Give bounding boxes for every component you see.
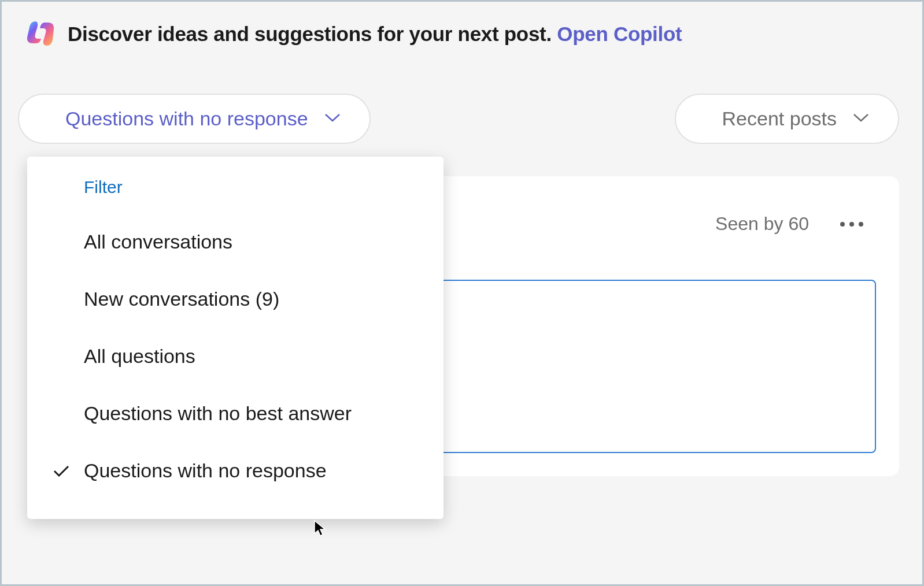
filter-dropdown-label: Questions with no response [65, 107, 308, 130]
check-icon [53, 465, 84, 477]
sort-dropdown-label: Recent posts [722, 107, 837, 130]
filter-option-label: New conversations (9) [53, 288, 279, 310]
filter-option-all-conversations[interactable]: All conversations [27, 213, 443, 270]
banner-text: Discover ideas and suggestions for your … [68, 23, 682, 46]
filter-option-label: All questions [53, 345, 195, 368]
chevron-down-icon [853, 113, 869, 125]
seen-by-label: Seen by 60 [715, 213, 809, 235]
copilot-banner: Discover ideas and suggestions for your … [2, 2, 922, 62]
filter-menu-heading: Filter [27, 173, 443, 213]
banner-message: Discover ideas and suggestions for your … [68, 23, 557, 45]
filter-option-new-conversations[interactable]: New conversations (9) [27, 270, 443, 328]
filter-option-no-response[interactable]: Questions with no response [27, 442, 443, 499]
sort-dropdown[interactable]: Recent posts [675, 94, 899, 144]
open-copilot-link[interactable]: Open Copilot [557, 23, 682, 45]
filter-option-label: Questions with no response [84, 459, 327, 482]
filter-dropdown-menu: Filter All conversations New conversatio… [27, 157, 443, 519]
chevron-down-icon [324, 113, 341, 125]
filter-option-label: Questions with no best answer [53, 402, 352, 425]
filter-option-no-best-answer[interactable]: Questions with no best answer [27, 385, 443, 442]
controls-row: Questions with no response Recent posts [2, 62, 922, 144]
more-options-button[interactable] [834, 216, 869, 232]
copilot-icon [25, 18, 55, 50]
filter-option-label: All conversations [53, 231, 232, 253]
filter-option-all-questions[interactable]: All questions [27, 328, 443, 385]
filter-dropdown[interactable]: Questions with no response [18, 94, 371, 144]
